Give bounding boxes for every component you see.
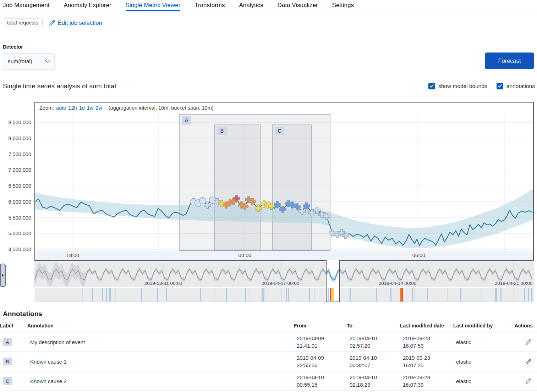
y-tick-label: 6,500,000 xyxy=(8,183,31,189)
forecast-button[interactable]: Forecast xyxy=(485,53,534,69)
swimlane-annotation-mark[interactable] xyxy=(460,288,461,302)
to-cell: 2019-04-1002:57:20 xyxy=(350,335,403,349)
swimlane-annotation-mark[interactable] xyxy=(245,288,246,302)
modified_date-value: 2019-09-23 xyxy=(403,374,456,381)
tab-job-management[interactable]: Job Management xyxy=(3,0,49,11)
zoom-option-1w[interactable]: 1w xyxy=(87,105,94,111)
from-value: 2019-04-09 xyxy=(297,354,350,361)
swimlane-annotation-mark[interactable] xyxy=(200,288,201,302)
time-selection-brush[interactable] xyxy=(326,260,340,302)
y-tick-label: 4,500,000 xyxy=(8,247,31,252)
zoom-label: Zoom: xyxy=(39,105,54,111)
edit-job-selection-label: Edit job selection xyxy=(58,20,102,26)
tab-settings[interactable]: Settings xyxy=(332,0,354,11)
zoom-option-auto[interactable]: auto xyxy=(56,105,66,111)
swimlane-annotation-mark[interactable] xyxy=(402,288,403,302)
tab-analytics[interactable]: Analytics xyxy=(239,0,263,11)
swimlane-annotation-mark[interactable] xyxy=(288,288,289,302)
column-header-modified_date[interactable]: Last modified date xyxy=(400,323,453,328)
column-header-from[interactable]: From↑ xyxy=(294,323,347,328)
focus-chart-plot[interactable]: ABC xyxy=(35,113,533,251)
swimlane-divider xyxy=(281,288,282,302)
pencil-icon xyxy=(525,359,531,365)
detector-label: Detector xyxy=(3,44,55,50)
edit-annotation-button[interactable] xyxy=(525,359,537,365)
annotation-row-B[interactable]: BKnown cause 12019-04-0922:55:562019-04-… xyxy=(0,352,537,371)
job-badge[interactable]: total-requests xyxy=(3,18,43,27)
annotation-box-B[interactable] xyxy=(215,125,261,250)
check-icon xyxy=(498,84,502,88)
tab-anomaly-explorer[interactable]: Anomaly Explorer xyxy=(64,0,111,11)
modified_date-value: 2019-09-23 xyxy=(403,354,456,361)
context-chart[interactable]: 2019-03-31 00:002019-04-07 00:002019-04-… xyxy=(34,261,534,287)
detector-select-value: sum(total) xyxy=(8,58,32,65)
zoom-option-2w[interactable]: 2w xyxy=(95,105,102,111)
checkbox-show-model-bounds[interactable] xyxy=(428,83,435,89)
annotation-row-A[interactable]: AMy description of event2019-04-0921:41:… xyxy=(0,332,537,352)
swimlane-annotation-mark[interactable] xyxy=(92,288,93,302)
tab-transforms[interactable]: Transforms xyxy=(194,0,225,11)
annotation-badge-label: A xyxy=(185,117,188,123)
swimlane-annotation-mark[interactable] xyxy=(166,288,167,302)
from-value: 22:55:56 xyxy=(297,361,350,369)
to-value: 2019-04-10 xyxy=(350,354,403,361)
swimlane-annotation-mark[interactable] xyxy=(157,288,158,302)
scheduled-event-marker[interactable] xyxy=(199,198,206,204)
toggle-show-model-bounds[interactable]: show model bounds xyxy=(428,83,487,89)
swimlane-annotation-mark[interactable] xyxy=(263,288,264,302)
swimlane-divider xyxy=(149,288,149,302)
swimlane-annotation-mark[interactable] xyxy=(524,288,525,302)
column-header-to[interactable]: To xyxy=(347,323,400,328)
annotation-row-C[interactable]: CKnown cause 22019-04-1000:55:152019-04-… xyxy=(0,371,537,391)
swimlane-annotation-mark[interactable] xyxy=(390,288,391,302)
edit-annotation-button[interactable] xyxy=(525,378,537,384)
swimlane-annotation-mark[interactable] xyxy=(350,288,351,302)
edit-annotation-button[interactable] xyxy=(525,339,537,345)
swimlane-divider xyxy=(248,288,248,302)
swimlane-annotation-mark[interactable] xyxy=(226,288,227,302)
tab-data-visualizer[interactable]: Data Visualizer xyxy=(278,0,318,11)
swimlane-annotation-mark[interactable] xyxy=(500,288,502,302)
pencil-icon xyxy=(525,339,531,345)
column-header-modified_by[interactable]: Last modified by xyxy=(453,323,510,328)
annotation-label-cell: C xyxy=(3,377,30,385)
swimlane-annotation-mark[interactable] xyxy=(141,288,142,302)
sort-ascending-icon: ↑ xyxy=(308,323,310,328)
toggle-label: show model bounds xyxy=(438,83,487,89)
swimlane-annotation-mark[interactable] xyxy=(262,288,263,302)
context-date-label: 2019-04-14 00:00 xyxy=(379,281,417,286)
swimlane-annotation-mark[interactable] xyxy=(531,288,532,302)
modified-by-cell: elastic xyxy=(456,378,513,384)
swimlane-annotation-mark[interactable] xyxy=(376,288,377,302)
brush-handle-right[interactable] xyxy=(0,264,6,287)
detector-select[interactable]: sum(total) xyxy=(3,53,55,70)
swimlane-annotation-mark[interactable] xyxy=(309,288,310,302)
swimlane-annotation-mark[interactable] xyxy=(495,288,497,302)
zoom-option-12h[interactable]: 12h xyxy=(68,105,77,111)
swimlane-annotation-mark[interactable] xyxy=(528,288,529,302)
edit-job-selection-link[interactable]: Edit job selection xyxy=(49,20,102,26)
annotation-box-C[interactable] xyxy=(272,125,311,250)
from-cell: 2019-04-1000:55:15 xyxy=(297,374,350,388)
column-header-label[interactable]: Label xyxy=(0,323,27,328)
x-tick-label: 00:00 xyxy=(239,253,251,258)
tab-single-metric-viewer[interactable]: Single Metric Viewer xyxy=(126,0,181,11)
checkbox-annotations[interactable] xyxy=(497,83,503,89)
swimlane-annotation-mark[interactable] xyxy=(412,288,413,302)
annotations-table: LabelAnnotationFrom↑ToLast modified date… xyxy=(0,321,537,391)
focus-chart[interactable]: Zoom:auto12h1d1w2w(aggregation interval:… xyxy=(34,102,534,261)
column-header-annotation[interactable]: Annotation xyxy=(27,323,294,328)
swimlane-annotation-mark[interactable] xyxy=(286,288,287,302)
y-tick-label: 5,500,000 xyxy=(8,215,31,221)
swimlane-annotation-mark[interactable] xyxy=(427,288,428,302)
zoom-option-1d[interactable]: 1d xyxy=(79,105,85,111)
swimlane-annotation-mark[interactable] xyxy=(106,288,107,302)
column-header-actions[interactable]: Actions xyxy=(515,323,537,328)
toggle-annotations[interactable]: annotations xyxy=(497,83,535,89)
y-tick-label: 8,500,000 xyxy=(8,120,31,125)
swimlane-annotation-mark[interactable] xyxy=(102,288,103,302)
annotations-swimlane[interactable] xyxy=(34,288,534,302)
swimlane-annotation-mark[interactable] xyxy=(109,288,111,302)
context-date-label: 2019-04-07 00:00 xyxy=(262,281,300,286)
modified-date-cell: 2019-09-2316:07:53 xyxy=(403,335,456,349)
